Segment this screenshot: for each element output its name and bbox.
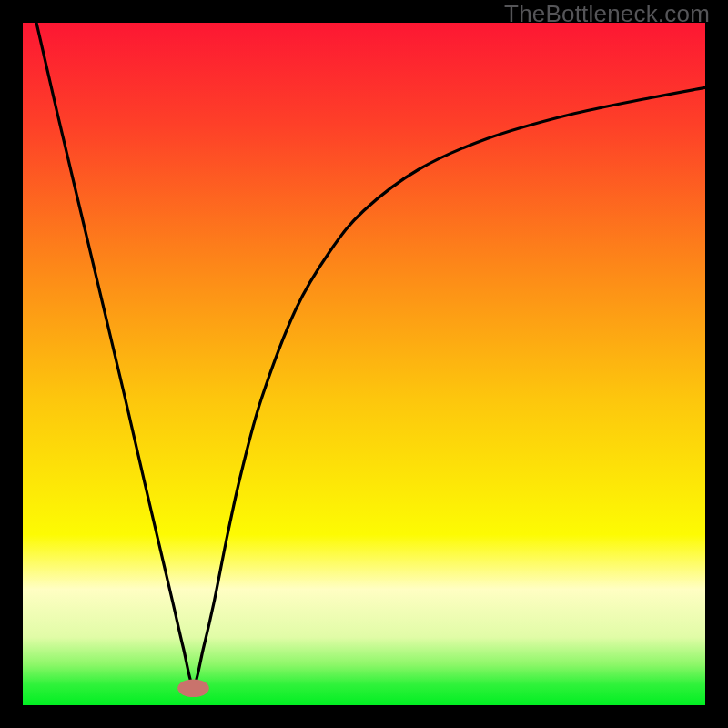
optimum-marker [177, 680, 209, 698]
watermark-text: TheBottleneck.com [504, 0, 710, 28]
chart-svg [23, 23, 705, 705]
plot-area [23, 23, 705, 705]
chart-frame: TheBottleneck.com [0, 0, 728, 728]
background-gradient [23, 23, 705, 705]
